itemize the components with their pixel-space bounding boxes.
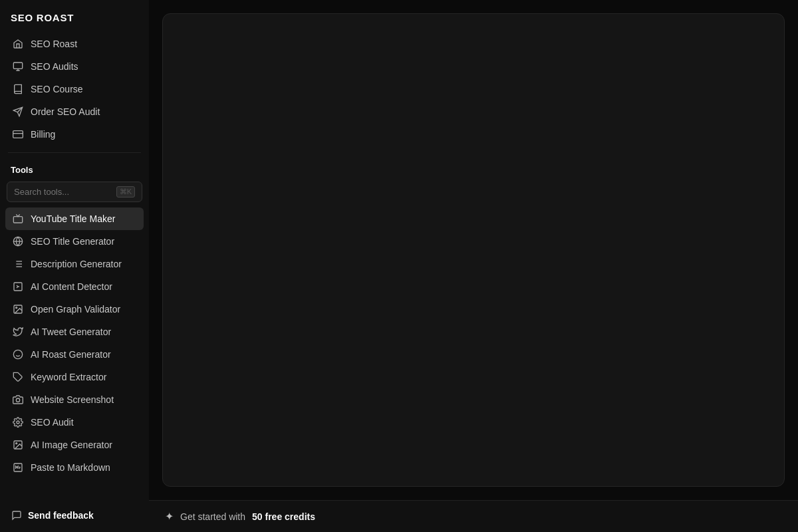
home-icon bbox=[12, 38, 24, 50]
svg-rect-0 bbox=[13, 63, 22, 68]
sidebar-item-ai-image-generator[interactable]: AI Image Generator bbox=[5, 434, 144, 456]
brand-logo: SEO ROAST bbox=[0, 0, 149, 33]
sidebar-item-ai-roast-generator[interactable]: AI Roast Generator bbox=[5, 343, 144, 366]
search-shortcut-badge: ⌘K bbox=[116, 186, 135, 198]
roast-icon bbox=[12, 348, 24, 360]
send-icon bbox=[12, 106, 24, 118]
sidebar-item-open-graph-validator[interactable]: Open Graph Validator bbox=[5, 298, 144, 321]
main-content bbox=[149, 0, 798, 500]
search-tools-input[interactable] bbox=[14, 187, 116, 197]
sidebar-item-paste-to-markdown[interactable]: Paste to Markdown bbox=[5, 456, 144, 479]
sidebar-item-label: AI Tweet Generator bbox=[31, 327, 111, 337]
sidebar-item-label: Keyword Extractor bbox=[31, 372, 106, 382]
main-area: ✦ Get started with 50 free credits bbox=[149, 0, 798, 532]
sidebar-item-label: Billing bbox=[31, 129, 55, 140]
sparkle-icon: ✦ bbox=[165, 510, 174, 523]
sidebar-item-seo-title-generator[interactable]: SEO Title Generator bbox=[5, 230, 144, 253]
sidebar-item-seo-roast[interactable]: SEO Roast bbox=[5, 33, 144, 55]
chat-icon bbox=[11, 509, 23, 521]
search-tools-field[interactable]: ⌘K bbox=[7, 182, 142, 202]
list-icon bbox=[12, 258, 24, 270]
svg-rect-5 bbox=[13, 217, 22, 223]
sidebar-item-label: AI Image Generator bbox=[31, 440, 112, 450]
sidebar-item-order-seo-audit[interactable]: Order SEO Audit bbox=[5, 100, 144, 123]
sidebar-item-ai-content-detector[interactable]: AI Content Detector bbox=[5, 275, 144, 298]
sidebar-item-label: SEO Audit bbox=[31, 417, 74, 428]
sidebar-item-label: Description Generator bbox=[31, 259, 122, 269]
svg-point-16 bbox=[16, 307, 17, 309]
book-icon bbox=[12, 83, 24, 95]
feedback-label: Send feedback bbox=[28, 510, 94, 521]
feedback-button[interactable]: Send feedback bbox=[0, 501, 149, 532]
search-tools-wrapper: ⌘K bbox=[0, 179, 149, 207]
sidebar-item-keyword-extractor[interactable]: Keyword Extractor bbox=[5, 366, 144, 388]
divider bbox=[8, 152, 141, 153]
gear-icon bbox=[12, 416, 24, 428]
camera-icon bbox=[12, 394, 24, 406]
sidebar-item-billing[interactable]: Billing bbox=[5, 123, 144, 146]
svg-rect-3 bbox=[13, 131, 23, 138]
sidebar-item-label: SEO Course bbox=[31, 84, 83, 94]
credits-highlight: 50 free credits bbox=[252, 511, 315, 522]
svg-point-17 bbox=[13, 350, 22, 358]
youtube-icon bbox=[12, 213, 24, 225]
sidebar-item-website-screenshot[interactable]: Website Screenshot bbox=[5, 388, 144, 411]
globe-icon bbox=[12, 235, 24, 247]
main-nav: SEO Roast SEO Audits SEO Course bbox=[0, 33, 149, 146]
tools-section-title: Tools bbox=[0, 160, 149, 179]
sidebar-item-seo-audits[interactable]: SEO Audits bbox=[5, 55, 144, 78]
sidebar-item-seo-course[interactable]: SEO Course bbox=[5, 78, 144, 100]
sidebar-item-label: Website Screenshot bbox=[31, 394, 114, 405]
ai-detect-icon bbox=[12, 281, 24, 293]
markdown-icon bbox=[12, 462, 24, 473]
card-icon bbox=[12, 128, 24, 140]
sidebar-item-label: Open Graph Validator bbox=[31, 304, 120, 315]
sidebar-item-label: AI Content Detector bbox=[31, 281, 112, 292]
sidebar-item-label: SEO Audits bbox=[31, 61, 78, 72]
sidebar: SEO ROAST SEO Roast SEO Audits bbox=[0, 0, 149, 532]
sidebar-item-youtube-title-maker[interactable]: YouTube Title Maker bbox=[5, 207, 144, 230]
tools-nav: YouTube Title Maker SEO Title Generator bbox=[0, 207, 149, 479]
sidebar-item-seo-audit[interactable]: SEO Audit bbox=[5, 411, 144, 434]
bottom-bar: ✦ Get started with 50 free credits bbox=[149, 500, 798, 532]
sidebar-item-label: AI Roast Generator bbox=[31, 349, 111, 360]
sidebar-item-label: SEO Roast bbox=[31, 39, 77, 49]
sidebar-item-label: Paste to Markdown bbox=[31, 462, 110, 473]
image-icon bbox=[12, 439, 24, 451]
sidebar-item-label: SEO Title Generator bbox=[31, 236, 114, 247]
sidebar-item-ai-tweet-generator[interactable]: AI Tweet Generator bbox=[5, 321, 144, 343]
sidebar-item-label: Order SEO Audit bbox=[31, 106, 100, 117]
tweet-icon bbox=[12, 326, 24, 338]
sidebar-item-label: YouTube Title Maker bbox=[31, 213, 115, 224]
svg-point-22 bbox=[17, 421, 19, 424]
monitor-icon bbox=[12, 61, 24, 72]
credits-prefix: Get started with bbox=[180, 511, 245, 522]
og-icon bbox=[12, 303, 24, 315]
sidebar-item-description-generator[interactable]: Description Generator bbox=[5, 253, 144, 275]
tag-icon bbox=[12, 371, 24, 383]
svg-point-24 bbox=[16, 443, 17, 444]
svg-point-21 bbox=[16, 398, 19, 402]
content-card bbox=[162, 13, 785, 487]
